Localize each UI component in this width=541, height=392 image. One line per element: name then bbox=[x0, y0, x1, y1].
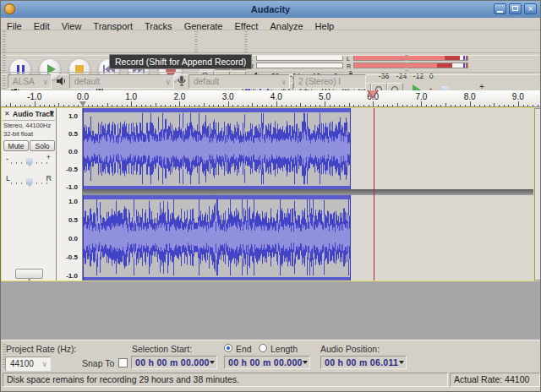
vertical-scale-label: -0.5 bbox=[66, 166, 78, 173]
gain-max-label: + bbox=[46, 153, 51, 161]
ruler-tick bbox=[325, 101, 325, 106]
ruler-tick bbox=[165, 105, 166, 106]
ruler-tick bbox=[499, 105, 500, 106]
toolbar-grip[interactable] bbox=[3, 30, 6, 52]
toolbar-grip[interactable] bbox=[244, 30, 248, 52]
toolbar-grip[interactable] bbox=[3, 74, 6, 89]
ruler-tick bbox=[489, 105, 490, 106]
waveform-channel-2[interactable] bbox=[84, 199, 350, 276]
ruler-tick bbox=[6, 105, 7, 106]
ruler-tick bbox=[10, 103, 11, 106]
pan-right-label: R bbox=[46, 174, 52, 182]
close-button[interactable]: ✕ bbox=[524, 3, 537, 14]
ruler-tick bbox=[440, 105, 441, 106]
track-menu-dropdown-icon[interactable]: ▼ bbox=[50, 110, 54, 117]
solo-button[interactable]: Solo bbox=[30, 140, 55, 151]
ruler-tick bbox=[276, 101, 277, 106]
recording-cursor-line bbox=[374, 108, 374, 280]
ruler-time-label: 4.0 bbox=[270, 92, 282, 101]
toolbar-grip[interactable] bbox=[405, 54, 408, 71]
selection-start-field[interactable]: 00 h 00 m 00.000 s bbox=[131, 356, 217, 369]
gain-slider-thumb[interactable] bbox=[26, 158, 33, 166]
ruler-tick bbox=[378, 105, 379, 106]
selection-end-stepper-icon[interactable] bbox=[303, 361, 308, 364]
ruler-tick bbox=[189, 105, 190, 106]
playback-meter-r-bar bbox=[256, 63, 343, 68]
edit-cursor-marker bbox=[79, 101, 86, 106]
end-radio[interactable] bbox=[224, 344, 232, 352]
recording-meter[interactable]: L R bbox=[345, 54, 472, 70]
ruler-tick bbox=[407, 105, 407, 106]
status-message: Disk space remains for recording 29 hour… bbox=[3, 373, 448, 387]
ruler-tick bbox=[92, 105, 93, 106]
vertical-scrollbar[interactable] bbox=[534, 108, 541, 280]
waveform-channel-1[interactable] bbox=[84, 112, 350, 185]
toolbar-grip[interactable] bbox=[194, 30, 198, 52]
ruler-time-label: 0.0 bbox=[77, 92, 89, 101]
track-control-panel: ✕ Audio Track ▼ Stereo, 44100Hz 32-bit f… bbox=[2, 108, 57, 280]
meter-recent-peak bbox=[445, 56, 460, 60]
ruler-tick bbox=[310, 105, 311, 106]
playback-meter-l-bar bbox=[256, 55, 343, 61]
length-radio[interactable] bbox=[259, 344, 267, 352]
clip-bottom-edge bbox=[84, 186, 350, 189]
ruler-tick bbox=[330, 105, 331, 106]
playback-meter[interactable]: L R bbox=[248, 54, 345, 70]
minimize-button[interactable] bbox=[494, 3, 506, 14]
audio-host-select[interactable]: ALSA∨ bbox=[8, 74, 52, 89]
recording-device-select[interactable]: default∨ bbox=[189, 74, 290, 89]
ruler-tick bbox=[44, 105, 45, 106]
vertical-scale-label: -0.5 bbox=[66, 253, 78, 261]
toolbar-grip[interactable] bbox=[3, 54, 6, 71]
menu-bar: FileEditViewTransportTracksGenerateEffec… bbox=[1, 18, 540, 30]
ruler-tick bbox=[117, 105, 117, 106]
pan-slider-thumb[interactable] bbox=[26, 178, 33, 187]
ruler-tick bbox=[281, 105, 282, 106]
ruler-tick bbox=[494, 103, 495, 106]
ruler-tick bbox=[150, 105, 151, 106]
ruler-tick bbox=[102, 105, 103, 106]
timeline-ruler[interactable]: -1.00.01.02.03.04.05.06.07.08.09.0 bbox=[1, 90, 541, 107]
meter-fill bbox=[354, 56, 445, 60]
mute-button[interactable]: Mute bbox=[3, 140, 29, 151]
audio-clip[interactable] bbox=[83, 108, 351, 189]
audio-position-field[interactable]: 00 h 00 m 06.011 s bbox=[320, 356, 407, 369]
ruler-tick bbox=[523, 105, 524, 106]
track-close-icon[interactable]: ✕ bbox=[4, 110, 10, 117]
track-vertical-scale[interactable]: 1.00.50.0-0.5-1.01.00.50.0-0.5-1.0 bbox=[57, 108, 83, 280]
recording-device-value: default bbox=[194, 77, 219, 86]
track-format-line2: 32-bit float bbox=[3, 130, 33, 138]
meter-max-peak-line bbox=[463, 56, 465, 60]
empty-workspace-background bbox=[1, 281, 541, 340]
maximize-button[interactable] bbox=[509, 3, 522, 14]
ruler-tick bbox=[527, 105, 528, 106]
ruler-tick bbox=[373, 101, 374, 106]
ruler-tick bbox=[320, 105, 320, 106]
ruler-tick bbox=[35, 101, 36, 106]
project-rate-value: 44100 bbox=[10, 359, 34, 368]
ruler-tick bbox=[20, 105, 21, 106]
track-title[interactable]: Audio Track bbox=[13, 110, 54, 118]
ruler-tick bbox=[474, 105, 475, 106]
gain-min-label: - bbox=[6, 155, 8, 163]
audio-position-stepper-icon[interactable] bbox=[399, 361, 404, 364]
audio-clip[interactable] bbox=[83, 195, 351, 280]
playback-device-select[interactable]: default∨ bbox=[69, 74, 174, 89]
ruler-tick bbox=[300, 103, 301, 106]
track-collapse-button[interactable]: ▲ bbox=[15, 269, 43, 279]
ruler-time-label: -1.0 bbox=[27, 92, 41, 101]
ruler-tick bbox=[334, 105, 335, 106]
ruler-tick bbox=[455, 105, 456, 106]
vertical-scrollbar-thumb[interactable] bbox=[534, 108, 541, 280]
selection-start-stepper-icon[interactable] bbox=[210, 361, 215, 364]
toolbar-grip[interactable] bbox=[3, 342, 6, 368]
project-rate-select[interactable]: 44100∨ bbox=[5, 357, 51, 371]
recording-channels-select[interactable]: 2 (Stereo) I bbox=[293, 74, 366, 89]
recording-device-mic-icon bbox=[178, 76, 186, 87]
ruler-tick bbox=[397, 103, 398, 106]
meter-max-peak-line bbox=[463, 63, 465, 68]
snap-to-checkbox[interactable] bbox=[118, 358, 128, 368]
selection-end-field[interactable]: 00 h 00 m 00.000 s bbox=[224, 356, 310, 369]
ruler-tick bbox=[305, 105, 306, 106]
ruler-tick bbox=[344, 105, 345, 106]
